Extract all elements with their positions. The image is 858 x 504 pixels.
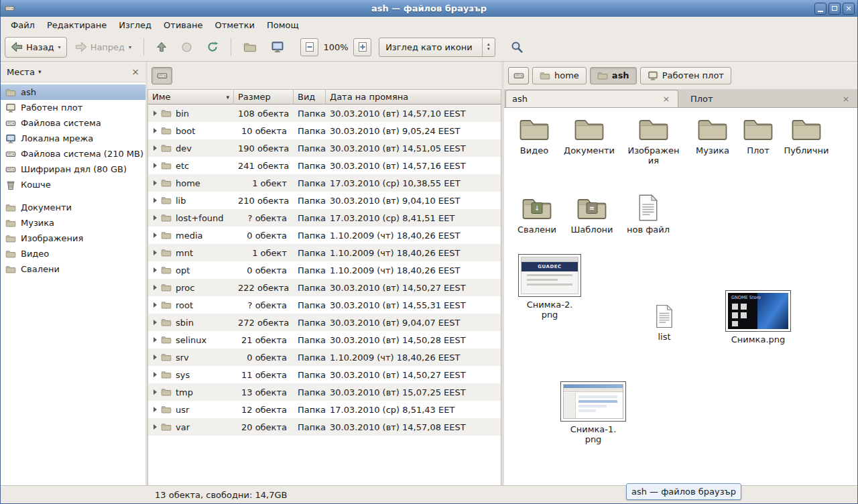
tab-desktop[interactable]: Плот × <box>678 90 857 107</box>
zoom-in-button[interactable] <box>353 38 371 56</box>
icon-item-snimka[interactable]: GNOME Store Снимка.png <box>723 290 794 344</box>
expander-icon[interactable] <box>154 250 157 255</box>
sidebar-item[interactable]: Файлова система <box>1 115 145 131</box>
expander-icon[interactable] <box>154 320 157 325</box>
tab-close-icon[interactable]: × <box>661 94 672 105</box>
expander-icon[interactable] <box>154 267 157 273</box>
sidebar-title[interactable]: Места <box>7 67 35 77</box>
sidebar-item-label: ash <box>21 87 36 97</box>
icon-item-new-file[interactable]: нов файл <box>619 194 677 235</box>
back-button[interactable]: Назад ▾ <box>5 37 67 58</box>
menu-edit[interactable]: Редактиране <box>41 18 113 32</box>
sidebar-item[interactable]: Работен плот <box>1 100 145 115</box>
icon-item-snimka2[interactable]: GUADEC Снимка-2.png <box>515 254 585 320</box>
table-row[interactable]: media 0 обекта Папка 1.10.2009 (чт) 18,4… <box>148 227 501 244</box>
table-row[interactable]: dev 190 обекта Папка 30.03.2010 (вт) 14,… <box>148 139 501 157</box>
sidebar-item[interactable]: Видео <box>1 246 145 261</box>
table-row[interactable]: home 1 обект Папка 17.03.2010 (ср) 10,38… <box>148 174 501 192</box>
column-header-type[interactable]: Вид <box>294 90 326 105</box>
expander-icon[interactable] <box>154 233 157 238</box>
expander-icon[interactable] <box>154 198 157 203</box>
tab-close-icon[interactable]: × <box>841 93 851 104</box>
icon-item-list-file[interactable]: list <box>635 301 693 342</box>
sidebar-item[interactable]: Изображения <box>1 231 145 246</box>
table-row[interactable]: sbin 272 обекта Папка 30.03.2010 (вт) 9,… <box>148 314 501 331</box>
table-row[interactable]: boot 10 обекта Папка 30.03.2010 (вт) 9,0… <box>148 122 501 139</box>
sidebar-dropdown-icon[interactable]: ▾ <box>38 68 42 75</box>
table-row[interactable]: tmp 13 обекта Папка 30.03.2010 (вт) 15,0… <box>148 383 501 401</box>
expander-icon[interactable] <box>154 285 157 290</box>
forward-button[interactable]: Напред ▾ <box>69 37 138 58</box>
table-row[interactable]: root ? обекта Папка 30.03.2010 (вт) 14,5… <box>148 296 501 314</box>
menu-bookmarks[interactable]: Отметки <box>208 18 260 32</box>
sidebar-close-icon[interactable]: × <box>131 67 139 76</box>
expander-icon[interactable] <box>154 302 157 308</box>
expander-icon[interactable] <box>154 424 157 430</box>
home-button[interactable] <box>237 37 263 58</box>
table-row[interactable]: var 20 обекта Папка 30.03.2010 (вт) 14,5… <box>148 418 501 436</box>
column-header-size[interactable]: Размер <box>234 90 294 105</box>
column-header-date[interactable]: Дата на промяна <box>326 90 501 105</box>
tab-ash[interactable]: ash × <box>505 90 678 107</box>
sidebar-item[interactable]: Свалени <box>1 261 145 277</box>
sidebar-item[interactable]: Кошче <box>1 177 145 192</box>
expander-icon[interactable] <box>154 215 157 220</box>
icon-item-video[interactable]: Видео <box>505 115 563 155</box>
icon-item-templates[interactable]: ≡ Шаблони <box>563 194 621 235</box>
menu-file[interactable]: Файл <box>5 18 41 32</box>
icon-item-pictures[interactable]: Изображения <box>625 115 682 166</box>
table-row[interactable]: etc 241 обекта Папка 30.03.2010 (вт) 14,… <box>148 157 501 174</box>
table-row[interactable]: srv 0 обекта Папка 1.10.2009 (чт) 18,40,… <box>148 349 501 366</box>
expander-icon[interactable] <box>154 337 157 342</box>
icon-item-snimka1[interactable]: Снимка-1.png <box>558 381 629 445</box>
sidebar-item[interactable]: Файлова система (210 MB) <box>1 146 145 162</box>
expander-icon[interactable] <box>154 372 157 377</box>
expander-icon[interactable] <box>154 180 157 186</box>
table-row[interactable]: sys 11 обекта Папка 30.03.2010 (вт) 14,5… <box>148 366 501 383</box>
table-row[interactable]: bin 108 обекта Папка 30.03.2010 (вт) 14,… <box>148 105 501 122</box>
root-crumb-button[interactable] <box>508 67 529 84</box>
table-row[interactable]: proc 222 обекта Папка 30.03.2010 (вт) 14… <box>148 279 501 296</box>
sidebar-item[interactable]: Шифриран дял (80 GB) <box>1 162 145 177</box>
table-row[interactable]: mnt 1 обект Папка 1.10.2009 (чт) 18,40,2… <box>148 244 501 261</box>
view-mode-combobox[interactable]: Изглед като икони ▴▾ <box>379 38 495 57</box>
icon-item-downloads[interactable]: ↓ Свалени <box>508 194 566 235</box>
computer-button[interactable] <box>265 37 290 58</box>
expander-icon[interactable] <box>154 145 157 151</box>
icon-item-public[interactable]: Публични <box>778 115 835 155</box>
menu-view[interactable]: Изглед <box>113 18 158 32</box>
table-row[interactable]: lib 210 обекта Папка 30.03.2010 (вт) 9,0… <box>148 192 501 209</box>
search-button[interactable] <box>504 37 530 58</box>
icon-item-documents[interactable]: Документи <box>560 115 618 155</box>
crumb-ash[interactable]: ash <box>590 67 637 84</box>
expander-icon[interactable] <box>154 128 157 133</box>
minimize-button[interactable] <box>814 3 826 15</box>
crumb-desktop[interactable]: Работен плот <box>640 67 731 84</box>
expander-icon[interactable] <box>154 355 157 360</box>
combobox-spinner-icon[interactable]: ▴▾ <box>482 38 495 56</box>
expander-icon[interactable] <box>154 407 157 412</box>
expander-icon[interactable] <box>154 389 157 395</box>
expander-icon[interactable] <box>154 163 157 168</box>
stop-button[interactable] <box>175 37 198 58</box>
column-header-name[interactable]: Име ▾ <box>148 90 234 105</box>
taskbar-window-button[interactable]: ash — файлов браузър <box>626 483 741 500</box>
table-row[interactable]: lost+found ? обекта Папка 17.03.2010 (ср… <box>148 209 501 227</box>
menu-help[interactable]: Помощ <box>261 18 305 32</box>
menu-go[interactable]: Отиване <box>158 18 208 32</box>
maximize-button[interactable] <box>829 3 841 15</box>
up-button[interactable] <box>150 37 173 58</box>
sidebar-item[interactable]: Локална мрежа <box>1 131 145 146</box>
table-row[interactable]: usr 12 обекта Папка 17.03.2010 (ср) 8,51… <box>148 401 501 418</box>
crumb-home[interactable]: home <box>532 67 587 84</box>
table-row[interactable]: selinux 21 обекта Папка 30.03.2010 (вт) … <box>148 331 501 349</box>
root-crumb-button[interactable] <box>151 67 172 84</box>
sidebar-item[interactable]: Документи <box>1 200 145 215</box>
zoom-out-button[interactable] <box>300 38 318 56</box>
close-button[interactable]: × <box>843 3 855 15</box>
expander-icon[interactable] <box>154 111 157 116</box>
sidebar-item[interactable]: ash <box>1 84 145 100</box>
sidebar-item[interactable]: Музика <box>1 215 145 231</box>
reload-button[interactable] <box>200 37 225 58</box>
table-row[interactable]: opt 0 обекта Папка 1.10.2009 (чт) 18,40,… <box>148 261 501 279</box>
